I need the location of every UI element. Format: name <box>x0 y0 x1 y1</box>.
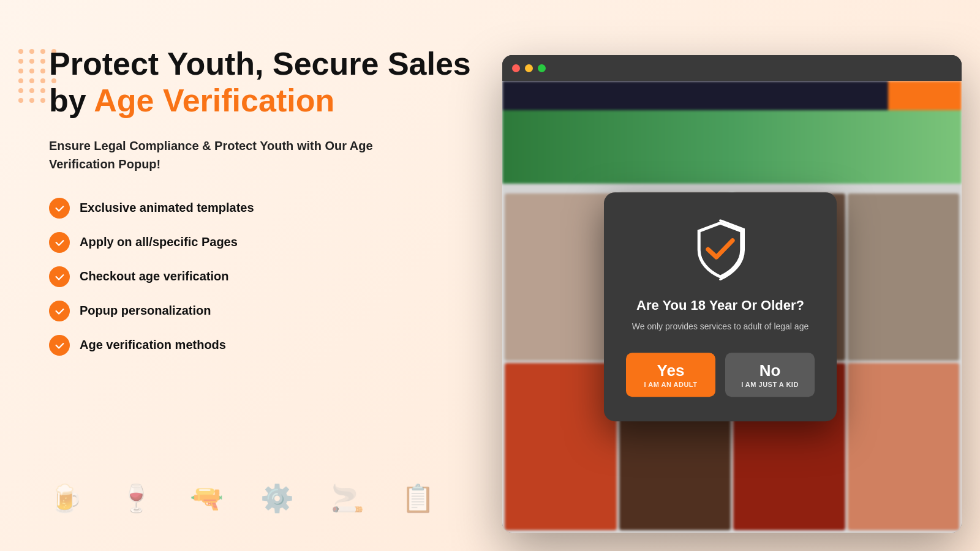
popup-subtitle: We only provides services to adult of le… <box>632 321 809 333</box>
feature-label-5: Age verification methods <box>80 338 226 352</box>
traffic-light-yellow[interactable] <box>525 64 533 72</box>
feature-label-4: Popup personalization <box>80 304 211 318</box>
left-content-area: Protect Youth, Secure Sales by Age Verif… <box>49 46 478 356</box>
check-icon-5 <box>49 335 70 356</box>
check-icon-1 <box>49 198 70 219</box>
no-button[interactable]: No I AM JUST A KID <box>725 353 815 397</box>
check-icon-3 <box>49 266 70 287</box>
browser-content: Are You 18 Year Or Older? We only provid… <box>502 81 962 533</box>
smoke-icon: 🚬 <box>331 482 364 514</box>
wine-icon: 🍷 <box>119 482 153 514</box>
fake-nav-orange-btn <box>888 81 962 110</box>
popup-title: Are You 18 Year Or Older? <box>636 298 804 313</box>
fake-product-4 <box>848 193 960 361</box>
fake-nav-bar <box>502 81 962 110</box>
feature-item-2: Apply on all/specific Pages <box>49 232 478 253</box>
yes-button[interactable]: Yes I AM AN ADULT <box>626 353 715 397</box>
feature-item-1: Exclusive animated templates <box>49 198 478 219</box>
check-icon-4 <box>49 301 70 321</box>
traffic-light-red[interactable] <box>512 64 520 72</box>
heading-line2-prefix: by <box>49 83 94 118</box>
features-list: Exclusive animated templates Apply on al… <box>49 198 478 356</box>
fake-product-5 <box>505 363 617 530</box>
bottom-icons-row: 🍺 🍷 🔫 ⚙️ 🚬 📋 <box>49 482 435 514</box>
browser-mockup: Are You 18 Year Or Older? We only provid… <box>502 55 962 533</box>
subtitle-text: Ensure Legal Compliance & Protect Youth … <box>49 137 392 173</box>
feature-item-4: Popup personalization <box>49 301 478 321</box>
age-verification-popup: Are You 18 Year Or Older? We only provid… <box>604 192 837 421</box>
heading-line2-orange: Age Verification <box>94 83 334 118</box>
yes-button-label: Yes <box>657 362 685 378</box>
browser-titlebar <box>502 55 962 81</box>
fake-product-1 <box>505 193 617 361</box>
feature-item-3: Checkout age verification <box>49 266 478 287</box>
feature-item-5: Age verification methods <box>49 335 478 356</box>
fake-product-8 <box>848 363 960 530</box>
feature-label-1: Exclusive animated templates <box>80 201 254 215</box>
no-button-label: No <box>760 362 781 378</box>
feature-label-3: Checkout age verification <box>80 269 228 283</box>
beer-icon: 🍺 <box>49 482 83 514</box>
yes-button-sublabel: I AM AN ADULT <box>644 381 698 388</box>
handcuffs-icon: ⚙️ <box>260 482 294 514</box>
fake-hero-section <box>502 110 962 184</box>
no-button-sublabel: I AM JUST A KID <box>741 381 799 388</box>
main-heading: Protect Youth, Secure Sales by Age Verif… <box>49 46 478 119</box>
popup-buttons: Yes I AM AN ADULT No I AM JUST A KID <box>626 353 815 397</box>
shield-check-icon <box>690 219 751 280</box>
gun-icon: 🔫 <box>190 482 224 514</box>
heading-line1: Protect Youth, Secure Sales <box>49 46 471 81</box>
feature-label-2: Apply on all/specific Pages <box>80 235 238 249</box>
check-icon-2 <box>49 232 70 253</box>
traffic-light-green[interactable] <box>538 64 546 72</box>
document-icon: 📋 <box>401 482 435 514</box>
